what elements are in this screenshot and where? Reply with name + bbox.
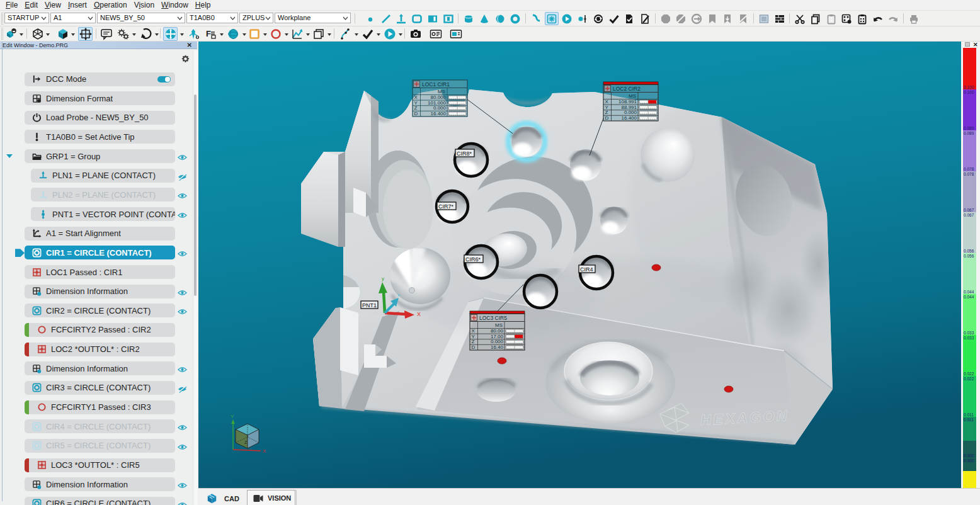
svg-text:F: F (206, 29, 211, 38)
svg-text:16.400: 16.400 (431, 111, 447, 116)
svg-text:CIR6*: CIR6* (465, 256, 481, 263)
svg-text:MS: MS (438, 89, 445, 94)
svg-text:LOC2 CIR2: LOC2 CIR2 (613, 86, 641, 92)
svg-text:x: x (397, 292, 400, 298)
svg-text:Z: Z (244, 440, 248, 445)
svg-text:D: D (472, 344, 476, 350)
svg-text:PNT1: PNT1 (362, 302, 377, 309)
svg-text:LOC1 CIR1: LOC1 CIR1 (422, 81, 450, 88)
svg-text:X: X (263, 448, 266, 454)
svg-text:D: D (605, 115, 609, 121)
svg-text:D: D (414, 111, 418, 116)
svg-text:X: X (417, 311, 421, 317)
svg-text:Y: Y (231, 414, 234, 419)
svg-text:MS: MS (495, 322, 503, 328)
svg-text:16.400: 16.400 (622, 115, 637, 121)
svg-text:LOC3 CIR5: LOC3 CIR5 (479, 315, 507, 321)
svg-text:CIR8*: CIR8* (457, 150, 472, 157)
svg-text:16.40: 16.40 (491, 344, 504, 350)
svg-text:y: y (382, 276, 384, 281)
svg-text:MS: MS (629, 93, 636, 99)
svg-text:CIR4: CIR4 (580, 266, 593, 273)
svg-text:CIR7*: CIR7* (438, 203, 454, 210)
